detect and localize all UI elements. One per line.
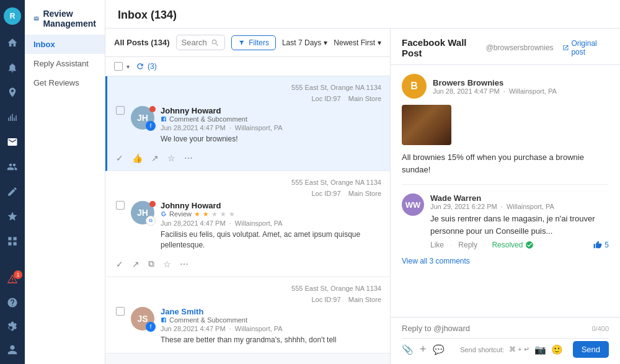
- handle-link: @browsersbrownies: [486, 43, 554, 52]
- search-input[interactable]: [182, 38, 211, 47]
- list-toolbar: All Posts (134) Filters Last 7 Days ▾ Ne…: [105, 29, 390, 57]
- like-action[interactable]: Like: [430, 241, 444, 249]
- star-5: ★: [229, 210, 235, 218]
- camera-icon[interactable]: 📷: [534, 344, 546, 355]
- platform-badge-fb: f: [146, 121, 156, 131]
- bookmark-action-icon[interactable]: ☆: [163, 259, 171, 269]
- item-type: Comment & Subcomment: [161, 316, 381, 324]
- icon-bar: R 1: [0, 0, 25, 364]
- inbox-nav-icon[interactable]: [6, 135, 19, 149]
- item-checkbox[interactable]: [116, 201, 125, 210]
- list-item[interactable]: 555 East St, Orange NA 1134 Loc ID:97 Ma…: [105, 76, 390, 171]
- list-item[interactable]: 555 East St, Orange NA 1134 Loc ID:97 Ma…: [105, 277, 390, 353]
- home-icon[interactable]: [6, 36, 19, 50]
- check-action-icon[interactable]: ✓: [116, 153, 123, 163]
- copy-action-icon[interactable]: ⧉: [148, 259, 154, 269]
- item-meta: Jun 28,2021 4:47 PM · Willainsport, PA: [161, 124, 381, 131]
- send-shortcut: Send shortcut: ⌘ + ↵ 📷 🙂 Send: [460, 341, 609, 358]
- share-action-icon[interactable]: ↗: [132, 259, 140, 269]
- reply-bar: 0/400 📎 + 💬 Send shortcut: ⌘ + ↵ 📷 🙂 Sen: [391, 317, 620, 364]
- list-item[interactable]: 555 East St, Orange NA 1134 Loc ID:97 Ma…: [105, 171, 390, 278]
- item-body: Jane Smith Comment & Subcomment Jun 28,2…: [161, 307, 381, 345]
- share-action-icon[interactable]: ↗: [151, 153, 159, 163]
- check-action-icon[interactable]: ✓: [116, 259, 123, 269]
- comment-card: WW Wade Warren Jun 29, 2021 6:22 PM · Wi…: [402, 193, 609, 249]
- detail-panel: Facebook Wall Post @browsersbrownies Ori…: [391, 29, 620, 364]
- reply-divider: [402, 338, 609, 339]
- comment-meta: Jun 29, 2021 6:22 PM · Willainsport, PA: [430, 203, 609, 210]
- location-icon[interactable]: [6, 86, 19, 99]
- reply-input-row: 0/400: [402, 324, 609, 333]
- filters-button[interactable]: Filters: [231, 35, 276, 50]
- detail-title: Facebook Wall Post: [402, 37, 486, 58]
- bell-icon[interactable]: [6, 61, 19, 74]
- more-action-icon[interactable]: ⋯: [184, 153, 193, 163]
- sort-filter-label: Newest First: [334, 38, 375, 47]
- thumbs-up-icon: [593, 241, 602, 249]
- bookmark-action-icon[interactable]: ☆: [167, 153, 175, 163]
- original-post-link[interactable]: Original post: [562, 39, 609, 56]
- refresh-button[interactable]: (3): [136, 62, 157, 71]
- detail-body: B Browers Brownies Jun 28, 2021 4:47 PM …: [391, 65, 620, 317]
- post-author-info: Browers Brownies Jun 28, 2021 4:47 PM · …: [433, 78, 557, 95]
- chart-icon[interactable]: [6, 110, 19, 124]
- stars-icon[interactable]: [6, 210, 19, 223]
- resolved-badge: Resolved: [492, 241, 534, 249]
- attachment-icon[interactable]: 📎: [402, 344, 414, 355]
- list-subbar: ▾ (3): [105, 57, 390, 76]
- send-button[interactable]: Send: [573, 341, 609, 358]
- item-meta: Jun 28,2021 4:47 PM · Willainsport, PA: [161, 325, 381, 332]
- post-card: B Browers Brownies Jun 28, 2021 4:47 PM …: [402, 74, 609, 265]
- sidebar-item-inbox[interactable]: Inbox: [25, 35, 105, 54]
- settings-icon[interactable]: [6, 319, 19, 333]
- item-avatar-wrap: JH f: [131, 106, 154, 130]
- date-chevron-icon: ▾: [324, 38, 327, 47]
- item-location: 555 East St, Orange NA 1134: [291, 179, 381, 186]
- shortcut-keys: ⌘ + ↵: [509, 345, 529, 353]
- select-chevron-icon[interactable]: ▾: [126, 63, 130, 70]
- content-split: All Posts (134) Filters Last 7 Days ▾ Ne…: [105, 29, 620, 364]
- help-icon[interactable]: [6, 296, 19, 309]
- comment-author: Wade Warren: [430, 193, 609, 203]
- comment-avatar: WW: [402, 193, 424, 216]
- user-profile-icon[interactable]: [6, 343, 19, 357]
- star-1: ★: [194, 210, 200, 218]
- select-all-area[interactable]: ▾: [114, 62, 130, 71]
- sidebar-title: Review Management: [25, 0, 105, 35]
- filter-icon: [238, 39, 246, 47]
- view-all-comments[interactable]: View all 3 comments: [402, 257, 609, 265]
- item-author: Johnny Howard: [161, 201, 381, 210]
- more-action-icon[interactable]: ⋯: [180, 259, 188, 269]
- plus-icon[interactable]: +: [420, 343, 427, 356]
- post-author-row: B Browers Brownies Jun 28, 2021 4:47 PM …: [402, 74, 609, 99]
- date-filter[interactable]: Last 7 Days ▾: [282, 38, 327, 47]
- emoji-icon[interactable]: 🙂: [551, 344, 563, 355]
- item-author: Johnny Howard: [161, 106, 381, 115]
- sort-filter[interactable]: Newest First ▾: [334, 38, 381, 47]
- sidebar-nav: Inbox Reply Assistant Get Reviews: [25, 35, 105, 92]
- item-body: Johnny Howard Comment & Subcomment Jun 2…: [161, 106, 381, 144]
- post-image: [402, 105, 451, 145]
- thumbs-action-icon[interactable]: 👍: [132, 153, 143, 163]
- select-all-checkbox[interactable]: [114, 62, 123, 71]
- item-text: We love your brownies!: [161, 134, 381, 144]
- alert-nav-icon[interactable]: 1: [6, 272, 19, 286]
- search-box[interactable]: [176, 35, 226, 50]
- search-icon: [211, 38, 219, 47]
- item-meta: Jun 28,2021 4:47 PM · Willainsport, PA: [161, 220, 381, 227]
- resolved-check-icon: [525, 241, 534, 249]
- detail-header: Facebook Wall Post @browsersbrownies Ori…: [391, 29, 620, 65]
- sidebar-item-get-reviews[interactable]: Get Reviews: [25, 73, 105, 92]
- grid-icon[interactable]: [6, 234, 19, 248]
- post-author-name: Browers Brownies: [433, 78, 557, 87]
- reply-action[interactable]: Reply: [458, 241, 477, 249]
- template-icon[interactable]: 💬: [433, 344, 445, 355]
- sidebar-item-reply-assistant[interactable]: Reply Assistant: [25, 54, 105, 73]
- item-loc-id: Loc ID:97 Main Store: [312, 190, 382, 197]
- item-checkbox[interactable]: [116, 106, 125, 115]
- sort-chevron-icon: ▾: [378, 38, 381, 47]
- reply-input[interactable]: [402, 324, 591, 333]
- people-icon[interactable]: [6, 160, 19, 174]
- item-checkbox[interactable]: [116, 307, 125, 316]
- edit-icon[interactable]: [6, 185, 19, 198]
